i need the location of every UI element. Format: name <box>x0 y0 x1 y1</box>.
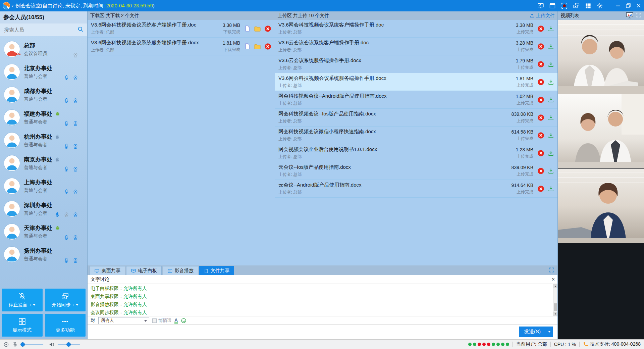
delete-file-icon[interactable] <box>537 132 544 139</box>
video-thumbnail[interactable] <box>558 169 644 243</box>
download-file-icon[interactable] <box>548 43 554 50</box>
delete-file-icon[interactable] <box>537 25 544 32</box>
video-thumbnail[interactable] <box>558 20 644 94</box>
microphone-icon[interactable] <box>63 189 69 195</box>
present-window-icon[interactable] <box>549 2 556 9</box>
participant-row[interactable]: 成都办事处普通与会者 <box>0 83 87 106</box>
file-row[interactable]: 云会议--Ios版产品使用指南.docx上传者: 总部839.09 KB上传完成 <box>275 162 557 180</box>
webcam-icon[interactable] <box>72 143 78 149</box>
microphone-icon[interactable] <box>63 120 69 127</box>
scroll-up-icon[interactable]: ▲ <box>553 284 557 288</box>
settings-gear-icon[interactable] <box>596 2 603 9</box>
participant-row[interactable]: 天津办事处普通与会者 <box>0 220 87 243</box>
recipient-select[interactable]: 所有人 <box>98 317 149 324</box>
file-row[interactable]: V3.6网会科技视频会议系统客户端操作手册.doc上传者: 总部3.38 MB上… <box>275 20 557 38</box>
download-file-icon[interactable] <box>548 114 554 121</box>
emoji-icon[interactable] <box>181 318 186 323</box>
webcam-icon[interactable] <box>72 189 78 195</box>
download-file-icon[interactable] <box>548 132 554 139</box>
download-file-icon[interactable] <box>548 61 554 67</box>
open-folder-icon[interactable] <box>254 26 261 32</box>
scroll-down-icon[interactable]: ▼ <box>553 312 557 316</box>
search-input[interactable] <box>3 27 77 33</box>
tab-whiteboard[interactable]: 电子白板 <box>126 266 162 275</box>
webcam-icon[interactable] <box>72 257 78 263</box>
dropdown-chevron-icon[interactable] <box>73 304 78 306</box>
speaker-icon[interactable] <box>49 342 54 347</box>
download-file-icon[interactable] <box>548 168 554 174</box>
close-icon[interactable] <box>636 3 641 8</box>
video-thumbnail[interactable] <box>558 94 644 169</box>
file-row[interactable]: 云会议--Android版产品使用指南.docx上传者: 总部914.64 KB… <box>275 180 557 198</box>
minimize-icon[interactable] <box>615 3 621 8</box>
dropdown-chevron-icon[interactable] <box>30 304 36 306</box>
microphone-icon[interactable] <box>63 143 69 149</box>
microphone-icon[interactable] <box>63 235 69 241</box>
delete-file-icon[interactable] <box>537 96 544 103</box>
participant-row[interactable]: 深圳办事处普通与会者 <box>0 197 87 220</box>
file-row[interactable]: 网会科技视频会议--Android版产品使用指南.docx上传者: 总部1.02… <box>275 91 557 109</box>
tab-file-share[interactable]: 文件共享 <box>199 266 234 275</box>
file-row[interactable]: 网会科技视频会议--Ios版产品使用指南.docx上传者: 总部839.08 K… <box>275 109 557 127</box>
delete-file-icon[interactable] <box>537 150 544 157</box>
send-button[interactable]: 发送(S) <box>519 327 546 337</box>
webcam-icon[interactable] <box>72 166 78 172</box>
sidebar-button-display-mode[interactable]: 显示模式 <box>2 314 43 337</box>
speaker-volume-slider[interactable] <box>58 344 80 345</box>
webcam-icon[interactable] <box>72 212 78 218</box>
device-check-icon[interactable] <box>3 342 9 347</box>
file-row[interactable]: V3.6网会科技视频会议系统客户端操作手册.doc上传者: 总部3.38 MB下… <box>88 20 275 38</box>
delete-file-icon[interactable] <box>537 61 544 68</box>
title-chevron-down-icon[interactable]: ˅ <box>11 4 13 8</box>
sidebar-button-sync-screens[interactable]: 开始同步 <box>45 289 86 311</box>
participant-row[interactable]: 上海办事处普通与会者 <box>0 174 87 197</box>
tab-desktop-share[interactable]: 桌面共享 <box>90 266 125 275</box>
whisper-checkbox[interactable] <box>152 318 157 323</box>
sidebar-button-more-dots[interactable]: 更多功能 <box>45 314 86 337</box>
participant-row[interactable]: 北京办事处普通与会者 <box>0 60 87 83</box>
file-row[interactable]: V3.6网会科技视频会议系统服务端操作手册.docx上传者: 总部1.81 MB… <box>275 73 557 91</box>
video-count-icon[interactable]: 12 <box>626 12 633 19</box>
font-color-icon[interactable]: A <box>174 318 178 323</box>
microphone-icon[interactable] <box>63 166 69 172</box>
file-row[interactable]: 网会视频会议企业后台使用说明书1.0.1.docx上传者: 总部1.23 MB上… <box>275 144 557 162</box>
layout-grid-icon[interactable] <box>585 3 591 9</box>
webcam-icon[interactable] <box>72 75 78 81</box>
webcam-icon[interactable] <box>72 98 78 104</box>
file-row[interactable]: V3.6云会议系统服务端操作手册.docx上传者: 总部1.79 MB上传完成 <box>275 55 557 73</box>
search-icon[interactable] <box>77 26 84 34</box>
delete-file-icon[interactable] <box>537 167 544 174</box>
delete-file-icon[interactable] <box>537 43 544 50</box>
record-icon[interactable] <box>561 2 568 9</box>
open-file-icon[interactable] <box>244 43 251 50</box>
speaker-volume-knob[interactable] <box>66 342 71 347</box>
delete-file-icon[interactable] <box>264 25 271 32</box>
microphone-icon[interactable] <box>63 257 69 263</box>
maximize-icon[interactable] <box>626 3 631 8</box>
microphone-icon[interactable] <box>63 75 69 81</box>
participant-row[interactable]: 福建办事处普通与会者 <box>0 106 87 129</box>
participant-row[interactable]: 杭州办事处普通与会者 <box>0 129 87 152</box>
webcam-icon[interactable] <box>72 120 78 127</box>
download-file-icon[interactable] <box>548 186 554 192</box>
microphone-icon[interactable] <box>63 98 69 104</box>
sidebar-button-mic-off[interactable]: 停止发言 <box>2 289 43 311</box>
download-file-icon[interactable] <box>548 26 554 32</box>
delete-file-icon[interactable] <box>537 114 544 121</box>
download-file-icon[interactable] <box>548 79 554 85</box>
open-folder-icon[interactable] <box>254 43 261 50</box>
microphone-icon[interactable] <box>54 212 60 218</box>
mic-volume-knob[interactable] <box>20 342 25 347</box>
download-file-icon[interactable] <box>548 150 554 156</box>
webcam-icon[interactable] <box>72 235 78 241</box>
file-row[interactable]: V3.6网会科技视频会议系统服务端操作手册.docx上传者: 总部1.81 MB… <box>88 38 275 55</box>
send-options-chevron-icon[interactable] <box>546 327 553 337</box>
download-file-icon[interactable] <box>548 97 554 103</box>
webcam-icon[interactable] <box>63 212 69 218</box>
delete-file-icon[interactable] <box>537 185 544 192</box>
participant-row[interactable]: 总部会议管理员 <box>0 38 87 60</box>
sync-displays-icon[interactable] <box>573 2 580 9</box>
share-screen-icon[interactable] <box>537 2 544 9</box>
file-row[interactable]: 网会科技视频会议微信小程序快速指南.docx上传者: 总部614.58 KB上传… <box>275 127 557 144</box>
webcam-icon[interactable] <box>72 52 78 58</box>
